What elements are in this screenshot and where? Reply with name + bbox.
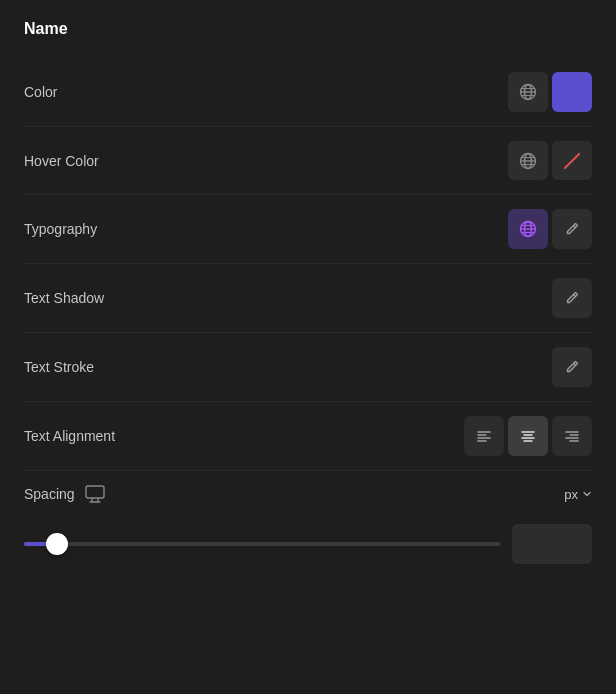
hover-color-controls — [508, 141, 592, 180]
text-shadow-controls — [552, 278, 592, 318]
text-stroke-row: Text Stroke — [24, 333, 592, 402]
unit-label: px — [564, 487, 578, 502]
text-stroke-label: Text Stroke — [24, 359, 94, 375]
typography-controls — [508, 209, 592, 249]
svg-line-17 — [574, 364, 576, 366]
spacing-row: Spacing px — [24, 471, 592, 517]
typography-label: Typography — [24, 221, 97, 237]
color-controls — [508, 72, 592, 112]
unit-dropdown[interactable]: px — [564, 487, 592, 502]
typography-pencil-button[interactable] — [552, 209, 592, 249]
color-swatch-button[interactable] — [552, 72, 592, 112]
spacing-label-group: Spacing — [24, 485, 105, 503]
monitor-icon — [85, 485, 105, 503]
hover-color-label: Hover Color — [24, 153, 99, 169]
color-row: Color — [24, 58, 592, 127]
chevron-down-icon — [582, 489, 592, 499]
slider-row — [24, 517, 592, 564]
align-left-button[interactable] — [464, 416, 504, 456]
slider-track[interactable] — [24, 542, 500, 546]
color-globe-button[interactable] — [508, 72, 548, 112]
text-alignment-controls — [464, 416, 592, 456]
typography-globe-button[interactable] — [508, 209, 548, 249]
hover-color-slash[interactable] — [552, 141, 592, 180]
text-shadow-label: Text Shadow — [24, 290, 104, 306]
hover-color-row: Hover Color — [24, 127, 592, 195]
hover-globe-button[interactable] — [508, 141, 548, 180]
slash-icon — [564, 153, 581, 170]
align-center-button[interactable] — [508, 416, 548, 456]
color-label: Color — [24, 84, 57, 100]
text-shadow-row: Text Shadow — [24, 264, 592, 333]
properties-panel: Name Color Hover Color — [0, 0, 616, 694]
align-right-button[interactable] — [552, 416, 592, 456]
text-stroke-pencil-button[interactable] — [552, 347, 592, 387]
spacing-label: Spacing — [24, 486, 75, 502]
text-shadow-pencil-button[interactable] — [552, 278, 592, 318]
text-alignment-label: Text Alignment — [24, 428, 115, 444]
text-alignment-row: Text Alignment — [24, 402, 592, 471]
typography-row: Typography — [24, 195, 592, 264]
svg-rect-30 — [86, 486, 104, 498]
text-stroke-controls — [552, 347, 592, 387]
svg-line-16 — [574, 295, 576, 297]
panel-title: Name — [24, 20, 592, 38]
slider-thumb[interactable] — [46, 533, 68, 555]
spacing-input[interactable] — [512, 524, 592, 564]
svg-line-15 — [574, 226, 576, 228]
